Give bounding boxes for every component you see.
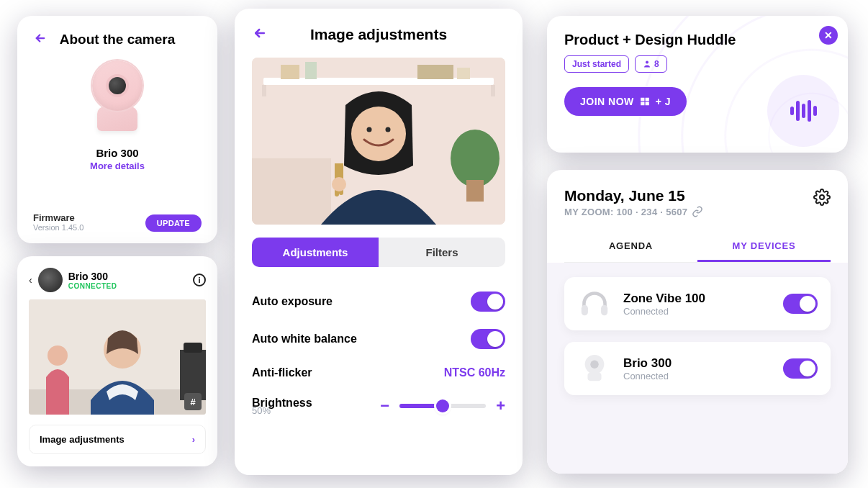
- camera-preview-large: [252, 58, 505, 225]
- auto-exposure-label: Auto exposure: [252, 295, 333, 308]
- headphones-icon: [577, 289, 612, 319]
- auto-exposure-toggle[interactable]: [471, 292, 505, 312]
- device-toggle[interactable]: [783, 294, 818, 314]
- device-list: Zone Vibe 100 Connected Brio 300 Connect…: [547, 263, 848, 474]
- svg-rect-16: [466, 180, 484, 202]
- chevron-left-icon[interactable]: ‹: [29, 274, 32, 286]
- more-details-link[interactable]: More details: [33, 161, 202, 171]
- about-camera-title: About the camera: [33, 32, 202, 48]
- svg-rect-8: [262, 85, 266, 96]
- image-adjustments-label: Image adjustments: [40, 434, 125, 445]
- brightness-minus-button[interactable]: −: [380, 397, 389, 415]
- svg-rect-9: [491, 85, 495, 96]
- anti-flicker-label: Anti-flicker: [252, 366, 312, 379]
- device-name: Zone Vibe 100: [623, 292, 705, 306]
- firmware-label: Firmware: [33, 212, 83, 223]
- svg-rect-27: [582, 305, 588, 316]
- join-shortcut: + J: [656, 96, 671, 107]
- device-card-brio: Brio 300 Connected: [564, 342, 831, 395]
- device-name: Brio 300: [68, 271, 117, 282]
- tab-my-devices[interactable]: MY DEVICES: [697, 232, 831, 262]
- about-camera-card: About the camera Brio 300 More details F…: [17, 16, 217, 243]
- devices-card: Monday, June 15 MY ZOOM: 100 · 234 · 560…: [547, 170, 848, 474]
- image-adjustments-title: Image adjustments: [252, 26, 505, 43]
- attendees-chip: 8: [635, 55, 667, 73]
- device-toggle[interactable]: [783, 358, 818, 379]
- tab-adjustments[interactable]: Adjustments: [252, 238, 379, 267]
- device-thumbnail: [38, 268, 63, 292]
- date-heading: Monday, June 15: [564, 187, 831, 204]
- zoom-id-label: MY ZOOM: 100 · 234 · 5607: [564, 207, 687, 217]
- svg-point-18: [367, 127, 372, 132]
- device-name: Brio 300: [623, 356, 672, 371]
- svg-rect-13: [457, 68, 470, 79]
- chevron-right-icon: ›: [192, 434, 195, 445]
- brightness-plus-button[interactable]: +: [496, 397, 505, 415]
- device-status: Connected: [623, 371, 672, 381]
- device-card-zone-vibe: Zone Vibe 100 Connected: [564, 277, 831, 330]
- image-adjustments-row[interactable]: Image adjustments ›: [29, 425, 206, 454]
- back-arrow-icon[interactable]: [252, 26, 268, 44]
- tab-bar: AGENDA MY DEVICES: [564, 232, 831, 263]
- auto-white-balance-label: Auto white balance: [252, 333, 357, 345]
- svg-rect-25: [645, 102, 648, 106]
- update-button[interactable]: UPDATE: [145, 214, 202, 232]
- back-arrow-icon[interactable]: [33, 32, 48, 48]
- svg-point-17: [351, 107, 406, 161]
- tab-agenda[interactable]: AGENDA: [564, 232, 697, 262]
- zoom-id-row: MY ZOOM: 100 · 234 · 5607: [564, 206, 831, 217]
- firmware-block: Firmware Version 1.45.0: [33, 212, 83, 232]
- camera-product-name: Brio 300: [33, 147, 202, 159]
- svg-point-20: [332, 177, 346, 191]
- brightness-slider[interactable]: [399, 404, 486, 408]
- svg-rect-24: [641, 102, 644, 106]
- image-adjustments-card: Image adjustments Adjustments Filters: [235, 9, 523, 475]
- svg-rect-5: [184, 343, 202, 353]
- svg-rect-10: [281, 65, 299, 79]
- device-status: Connected: [623, 306, 705, 317]
- join-now-label: JOIN NOW: [580, 96, 634, 107]
- join-now-button[interactable]: JOIN NOW + J: [564, 87, 687, 116]
- hash-chip-icon[interactable]: #: [184, 393, 202, 410]
- svg-point-2: [48, 345, 68, 366]
- segment-control: Adjustments Filters: [252, 238, 505, 267]
- svg-point-21: [646, 61, 648, 64]
- audio-wave-icon[interactable]: [767, 75, 839, 147]
- tab-filters[interactable]: Filters: [379, 238, 505, 267]
- svg-rect-14: [252, 158, 331, 225]
- windows-icon: [640, 96, 650, 107]
- gear-icon[interactable]: [813, 189, 831, 210]
- svg-rect-23: [645, 98, 648, 101]
- svg-rect-12: [417, 65, 453, 79]
- close-icon[interactable]: ✕: [819, 26, 838, 45]
- auto-white-balance-toggle[interactable]: [471, 329, 505, 349]
- svg-rect-11: [305, 62, 317, 79]
- brightness-slider-group: − +: [380, 397, 505, 415]
- person-icon: [643, 60, 651, 68]
- huddle-card: ✕ Product + Design Huddle Just started 8…: [547, 16, 848, 153]
- svg-rect-31: [587, 373, 601, 381]
- svg-point-26: [820, 195, 824, 199]
- svg-rect-28: [601, 305, 607, 316]
- device-status: CONNECTED: [68, 282, 117, 290]
- just-started-chip: Just started: [564, 55, 629, 73]
- firmware-version: Version 1.45.0: [33, 223, 83, 232]
- info-icon[interactable]: i: [193, 274, 206, 286]
- link-icon[interactable]: [692, 206, 703, 217]
- svg-rect-22: [641, 98, 644, 101]
- svg-point-30: [590, 361, 598, 369]
- camera-preview-image: #: [29, 299, 206, 415]
- brio-preview-card: ‹ Brio 300 CONNECTED i # Image adjustmen…: [17, 256, 217, 466]
- anti-flicker-value[interactable]: NTSC 60Hz: [444, 366, 505, 379]
- svg-point-19: [386, 127, 391, 132]
- svg-point-15: [451, 130, 499, 187]
- webcam-icon: [577, 353, 612, 384]
- attendees-count: 8: [654, 59, 659, 69]
- huddle-title: Product + Design Huddle: [564, 32, 831, 48]
- camera-image: [86, 60, 149, 140]
